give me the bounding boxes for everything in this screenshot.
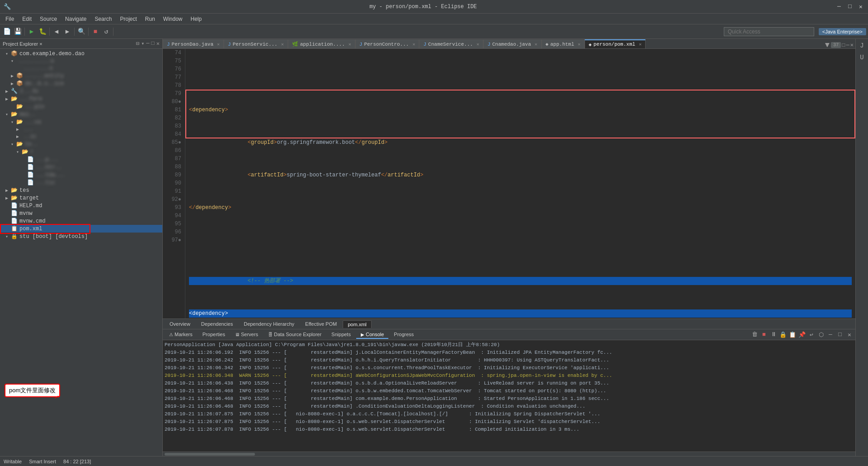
toolbar-stop[interactable]: ■ [90, 27, 100, 37]
menu-window[interactable]: Window [160, 15, 186, 23]
editor-view-btn[interactable]: □ [842, 42, 845, 48]
menu-source[interactable]: Source [36, 15, 61, 23]
tree-item-fere[interactable]: ▶ 📂 ...fere [0, 95, 162, 103]
tab-close-btn-2[interactable]: ✕ [281, 42, 284, 47]
tab-person-dao[interactable]: J PersonDao.java ✕ [163, 39, 224, 48]
console-tab-console[interactable]: ▶ Console [356, 331, 388, 339]
tree-item-te[interactable]: ▾ 📂 te.. [0, 140, 162, 148]
tree-item-java[interactable]: ▾ 📂 ...va [0, 118, 162, 126]
console-max-btn[interactable]: □ [836, 331, 844, 339]
tab-pom-xml[interactable]: ◈ person/pom.xml ✕ [585, 39, 646, 48]
console-stop-btn[interactable]: ■ [760, 331, 768, 339]
tab-cnamedao[interactable]: J Cnamedao.java ✕ [483, 39, 541, 48]
right-sidebar-btn-2[interactable]: U [859, 52, 865, 62]
tree-item-entity[interactable]: ▶ 📦 ......entity [0, 72, 162, 80]
tree-item-p[interactable]: 📄 ...p... [0, 156, 162, 163]
tree-item-target[interactable]: ▶ 📂 target [0, 194, 162, 202]
sidebar-close-btn[interactable]: ✕ [156, 40, 160, 47]
tree-item-jsc[interactable]: ▶ 🔧 J...Sc [0, 87, 162, 95]
menu-edit[interactable]: Edit [19, 15, 35, 23]
sidebar-collapse-btn[interactable]: ⊟ [136, 40, 139, 47]
tab-application[interactable]: 🌿 application.... ✕ [288, 39, 355, 48]
perspective-button[interactable]: <Java Enterprise> [819, 28, 866, 35]
tree-item-blurred-2[interactable]: ........o [0, 65, 162, 72]
tree-item-blurred-1[interactable]: ▾ ..........a [0, 57, 162, 65]
toolbar-new[interactable]: 📄 [2, 27, 12, 37]
sidebar-menu-btn[interactable]: ▾ [141, 40, 144, 47]
console-tab-snippets[interactable]: Snippets [327, 331, 355, 339]
console-lock-btn[interactable]: 🔒 [779, 331, 787, 339]
tree-item-htr[interactable]: 📄 ...htr.. [0, 163, 162, 171]
console-tab-properties[interactable]: Properties [198, 331, 230, 339]
tree-item-blurred-3[interactable]: ▶ ... [0, 126, 162, 133]
console-scrollbar[interactable] [163, 452, 855, 456]
tab-person-controller[interactable]: J PersonContro... ✕ [355, 39, 420, 48]
tab-app-html[interactable]: ◈ app.html ✕ [542, 39, 585, 48]
tab-close-btn-4[interactable]: ✕ [412, 42, 415, 47]
menu-file[interactable]: File [2, 15, 18, 23]
console-pause-btn[interactable]: ⏸ [769, 331, 778, 339]
tab-cname-service[interactable]: J CnameService... ✕ [419, 39, 483, 48]
console-tab-datasource[interactable]: 🗄 Data Source Explorer [264, 331, 326, 339]
console-tab-progress[interactable]: Progress [389, 331, 418, 339]
editor-max-btn[interactable]: ✕ [850, 42, 854, 48]
toolbar-debug[interactable]: 🐛 [38, 27, 47, 37]
tab-dependencies[interactable]: Dependencies [196, 320, 238, 328]
tree-item-pom-xml[interactable]: 📋 pom.xml [0, 225, 162, 233]
tab-pom-xml-bottom[interactable]: pom.xml [343, 320, 372, 328]
console-pin-btn[interactable]: 📌 [798, 331, 806, 339]
sidebar-maximize-btn[interactable]: □ [151, 40, 155, 47]
quick-access-input[interactable] [724, 27, 814, 36]
tree-item-ic[interactable]: ▶ ..ic [0, 133, 162, 140]
tree-item-mvnw[interactable]: 📄 mvnw [0, 209, 162, 217]
toolbar-search[interactable]: 🔍 [76, 27, 86, 37]
toolbar-forward[interactable]: ▶ [62, 27, 72, 37]
tab-close-btn-8[interactable]: ✕ [639, 42, 642, 47]
tab-close-btn-5[interactable]: ✕ [476, 42, 479, 47]
tree-item-plo[interactable]: 📂 ...plo [0, 103, 162, 110]
tree-item-tda[interactable]: 📄 ...tda... [0, 171, 162, 179]
sidebar-minimize-btn[interactable]: — [146, 40, 149, 47]
console-min-btn[interactable]: — [826, 331, 835, 339]
toolbar-run[interactable]: ▶ [27, 27, 37, 37]
console-tab-markers[interactable]: ⚠ Markers [165, 331, 197, 339]
tree-item-tes[interactable]: ▶ 📂 tes [0, 186, 162, 194]
tab-close-btn-3[interactable]: ✕ [349, 42, 351, 47]
tab-close-btn[interactable]: ✕ [217, 42, 220, 47]
maximize-button[interactable]: □ [846, 3, 854, 10]
console-tab-servers[interactable]: 🖥 Servers [231, 331, 263, 339]
console-copy-btn[interactable]: 📋 [788, 331, 797, 339]
toolbar-back[interactable]: ◀ [52, 27, 61, 37]
console-clear-btn[interactable]: 🗑 [750, 331, 759, 339]
menu-navigate[interactable]: Navigate [61, 15, 90, 23]
code-content[interactable]: <dependency> <groupId>org.springframewor… [185, 49, 855, 319]
menu-project[interactable]: Project [116, 15, 140, 23]
tree-item-stu[interactable]: ▾ 🔒 stu [boot] [devtools] [0, 233, 162, 240]
toolbar-refresh[interactable]: ↺ [101, 27, 111, 37]
editor-min-btn[interactable]: — [846, 42, 849, 48]
tree-item-tic[interactable]: 📄 ...tic [0, 179, 162, 186]
tree-item-mvnw-cmd[interactable]: 📄 mvnw.cmd [0, 217, 162, 225]
toolbar-save[interactable]: 💾 [13, 27, 23, 37]
tree-item-service[interactable]: ▶ 📦 de..b.s..ice [0, 80, 162, 87]
tab-close-btn-6[interactable]: ✕ [535, 42, 538, 47]
menu-run[interactable]: Run [142, 15, 159, 23]
tab-dependency-hierarchy[interactable]: Dependency Hierarchy [239, 320, 299, 328]
tab-list-btn[interactable]: ⯆ [825, 42, 830, 48]
tab-close-btn-7[interactable]: ✕ [578, 42, 580, 47]
tree-item-r[interactable]: ▾ 📂 r [0, 148, 162, 156]
tab-person-service[interactable]: J PersonServic... ✕ [224, 39, 288, 48]
console-expand-btn[interactable]: ⬡ [817, 331, 825, 339]
minimize-button[interactable]: ─ [835, 3, 843, 10]
right-sidebar-btn-1[interactable]: J [859, 41, 865, 51]
tab-overview[interactable]: Overview [165, 320, 195, 328]
close-button[interactable]: ✕ [857, 3, 864, 10]
menu-help[interactable]: Help [187, 15, 206, 23]
console-wrap-btn[interactable]: ↩ [807, 331, 816, 339]
menu-search[interactable]: Search [91, 15, 115, 23]
tree-item-dao-package[interactable]: ▾ 📦 com.example.demo.dao [0, 50, 162, 57]
tab-effective-pom[interactable]: Effective POM [300, 320, 342, 328]
console-close-btn[interactable]: ✕ [845, 331, 854, 339]
tree-item-help-md[interactable]: 📄 HELP.md [0, 202, 162, 209]
tree-item-main[interactable]: ▾ 📂 mai.. [0, 110, 162, 118]
